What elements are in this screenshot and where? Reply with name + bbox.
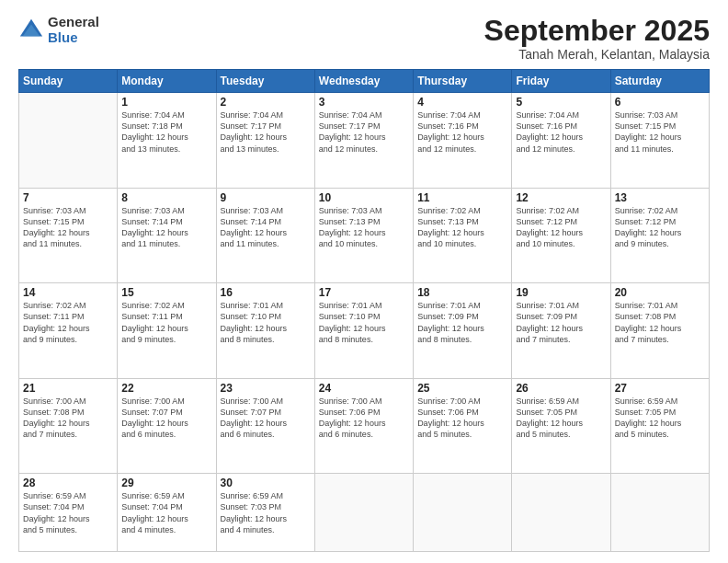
calendar-week-row: 1Sunrise: 7:04 AMSunset: 7:18 PMDaylight… (19, 93, 710, 189)
calendar-cell: 4Sunrise: 7:04 AMSunset: 7:16 PMDaylight… (414, 93, 512, 189)
day-number: 10 (319, 191, 409, 204)
day-info: Sunrise: 6:59 AMSunset: 7:04 PMDaylight:… (121, 490, 211, 535)
day-info: Sunrise: 7:02 AMSunset: 7:12 PMDaylight:… (615, 205, 705, 250)
day-number: 30 (221, 477, 311, 489)
day-number: 12 (516, 191, 606, 204)
day-info: Sunrise: 7:02 AMSunset: 7:12 PMDaylight:… (516, 205, 606, 250)
day-number: 11 (417, 191, 507, 204)
day-number: 27 (615, 382, 705, 395)
calendar-week-row: 21Sunrise: 7:00 AMSunset: 7:08 PMDayligh… (19, 378, 710, 474)
calendar-cell: 21Sunrise: 7:00 AMSunset: 7:08 PMDayligh… (19, 378, 118, 474)
day-number: 16 (221, 286, 311, 299)
day-number: 21 (23, 382, 113, 395)
day-number: 4 (417, 96, 507, 109)
weekday-header-thursday: Thursday (414, 70, 512, 93)
weekday-header-sunday: Sunday (19, 70, 118, 93)
day-number: 5 (516, 96, 606, 109)
calendar-cell: 5Sunrise: 7:04 AMSunset: 7:16 PMDaylight… (512, 93, 610, 189)
page: General Blue September 2025 Tanah Merah,… (0, 0, 728, 563)
calendar-cell: 15Sunrise: 7:02 AMSunset: 7:11 PMDayligh… (118, 283, 216, 379)
logo: General Blue (18, 15, 99, 45)
day-info: Sunrise: 6:59 AMSunset: 7:05 PMDaylight:… (615, 396, 705, 441)
day-number: 6 (615, 96, 705, 109)
location-subtitle: Tanah Merah, Kelantan, Malaysia (484, 47, 710, 62)
calendar-cell: 20Sunrise: 7:01 AMSunset: 7:08 PMDayligh… (610, 283, 709, 379)
day-number: 26 (516, 382, 606, 395)
day-info: Sunrise: 7:02 AMSunset: 7:11 PMDaylight:… (121, 300, 211, 345)
day-info: Sunrise: 7:01 AMSunset: 7:08 PMDaylight:… (615, 300, 705, 345)
calendar-cell (610, 474, 709, 552)
day-info: Sunrise: 6:59 AMSunset: 7:03 PMDaylight:… (221, 490, 311, 535)
calendar-table: SundayMondayTuesdayWednesdayThursdayFrid… (18, 69, 710, 552)
day-info: Sunrise: 7:01 AMSunset: 7:09 PMDaylight:… (516, 300, 606, 345)
header: General Blue September 2025 Tanah Merah,… (18, 15, 710, 62)
day-number: 8 (121, 191, 211, 204)
logo-text: General Blue (48, 15, 99, 45)
weekday-header-wednesday: Wednesday (314, 70, 413, 93)
weekday-header-friday: Friday (512, 70, 610, 93)
weekday-header-saturday: Saturday (610, 70, 709, 93)
weekday-header-monday: Monday (118, 70, 216, 93)
day-info: Sunrise: 7:02 AMSunset: 7:13 PMDaylight:… (417, 205, 507, 250)
calendar-cell: 30Sunrise: 6:59 AMSunset: 7:03 PMDayligh… (216, 474, 314, 552)
day-info: Sunrise: 7:04 AMSunset: 7:16 PMDaylight:… (516, 109, 606, 155)
day-info: Sunrise: 7:03 AMSunset: 7:14 PMDaylight:… (221, 205, 311, 250)
title-area: September 2025 Tanah Merah, Kelantan, Ma… (484, 15, 710, 62)
calendar-cell: 18Sunrise: 7:01 AMSunset: 7:09 PMDayligh… (414, 283, 512, 379)
day-number: 18 (417, 286, 507, 299)
calendar-cell: 17Sunrise: 7:01 AMSunset: 7:10 PMDayligh… (314, 283, 413, 379)
day-number: 7 (23, 191, 113, 204)
day-number: 13 (615, 191, 705, 204)
calendar-cell: 7Sunrise: 7:03 AMSunset: 7:15 PMDaylight… (19, 188, 118, 283)
calendar-cell: 29Sunrise: 6:59 AMSunset: 7:04 PMDayligh… (118, 474, 216, 552)
calendar-cell (19, 93, 118, 189)
day-info: Sunrise: 7:00 AMSunset: 7:06 PMDaylight:… (417, 396, 507, 441)
day-info: Sunrise: 7:03 AMSunset: 7:13 PMDaylight:… (319, 205, 409, 250)
calendar-cell (512, 474, 610, 552)
day-info: Sunrise: 7:00 AMSunset: 7:07 PMDaylight:… (221, 396, 311, 441)
calendar-cell: 11Sunrise: 7:02 AMSunset: 7:13 PMDayligh… (414, 188, 512, 283)
calendar-cell: 8Sunrise: 7:03 AMSunset: 7:14 PMDaylight… (118, 188, 216, 283)
day-info: Sunrise: 7:03 AMSunset: 7:14 PMDaylight:… (121, 205, 211, 250)
day-info: Sunrise: 7:04 AMSunset: 7:17 PMDaylight:… (319, 109, 409, 155)
day-info: Sunrise: 7:04 AMSunset: 7:16 PMDaylight:… (417, 109, 507, 155)
day-info: Sunrise: 7:03 AMSunset: 7:15 PMDaylight:… (23, 205, 113, 250)
day-number: 29 (121, 477, 211, 489)
day-info: Sunrise: 6:59 AMSunset: 7:05 PMDaylight:… (516, 396, 606, 441)
calendar-cell: 28Sunrise: 6:59 AMSunset: 7:04 PMDayligh… (19, 474, 118, 552)
day-number: 23 (221, 382, 311, 395)
day-info: Sunrise: 7:00 AMSunset: 7:06 PMDaylight:… (319, 396, 409, 441)
day-info: Sunrise: 7:01 AMSunset: 7:09 PMDaylight:… (417, 300, 507, 345)
weekday-header-tuesday: Tuesday (216, 70, 314, 93)
month-title: September 2025 (484, 15, 710, 47)
calendar-cell: 2Sunrise: 7:04 AMSunset: 7:17 PMDaylight… (216, 93, 314, 189)
weekday-header-row: SundayMondayTuesdayWednesdayThursdayFrid… (19, 70, 710, 93)
calendar-cell (414, 474, 512, 552)
calendar-cell: 27Sunrise: 6:59 AMSunset: 7:05 PMDayligh… (610, 378, 709, 474)
calendar-week-row: 28Sunrise: 6:59 AMSunset: 7:04 PMDayligh… (19, 474, 710, 552)
calendar-cell: 23Sunrise: 7:00 AMSunset: 7:07 PMDayligh… (216, 378, 314, 474)
day-info: Sunrise: 7:00 AMSunset: 7:07 PMDaylight:… (121, 396, 211, 441)
day-number: 14 (23, 286, 113, 299)
calendar-cell: 12Sunrise: 7:02 AMSunset: 7:12 PMDayligh… (512, 188, 610, 283)
calendar-cell: 22Sunrise: 7:00 AMSunset: 7:07 PMDayligh… (118, 378, 216, 474)
calendar-cell: 26Sunrise: 6:59 AMSunset: 7:05 PMDayligh… (512, 378, 610, 474)
calendar-cell (314, 474, 413, 552)
day-number: 19 (516, 286, 606, 299)
day-number: 22 (121, 382, 211, 395)
calendar-cell: 3Sunrise: 7:04 AMSunset: 7:17 PMDaylight… (314, 93, 413, 189)
day-info: Sunrise: 7:02 AMSunset: 7:11 PMDaylight:… (23, 300, 113, 345)
day-number: 28 (23, 477, 113, 489)
day-info: Sunrise: 7:00 AMSunset: 7:08 PMDaylight:… (23, 396, 113, 441)
calendar-week-row: 7Sunrise: 7:03 AMSunset: 7:15 PMDaylight… (19, 188, 710, 283)
day-number: 25 (417, 382, 507, 395)
day-number: 20 (615, 286, 705, 299)
calendar-cell: 24Sunrise: 7:00 AMSunset: 7:06 PMDayligh… (314, 378, 413, 474)
calendar-cell: 19Sunrise: 7:01 AMSunset: 7:09 PMDayligh… (512, 283, 610, 379)
day-info: Sunrise: 7:04 AMSunset: 7:17 PMDaylight:… (221, 109, 311, 155)
calendar-cell: 13Sunrise: 7:02 AMSunset: 7:12 PMDayligh… (610, 188, 709, 283)
day-info: Sunrise: 7:03 AMSunset: 7:15 PMDaylight:… (615, 109, 705, 155)
calendar-cell: 25Sunrise: 7:00 AMSunset: 7:06 PMDayligh… (414, 378, 512, 474)
calendar-cell: 16Sunrise: 7:01 AMSunset: 7:10 PMDayligh… (216, 283, 314, 379)
logo-general: General (48, 15, 99, 30)
